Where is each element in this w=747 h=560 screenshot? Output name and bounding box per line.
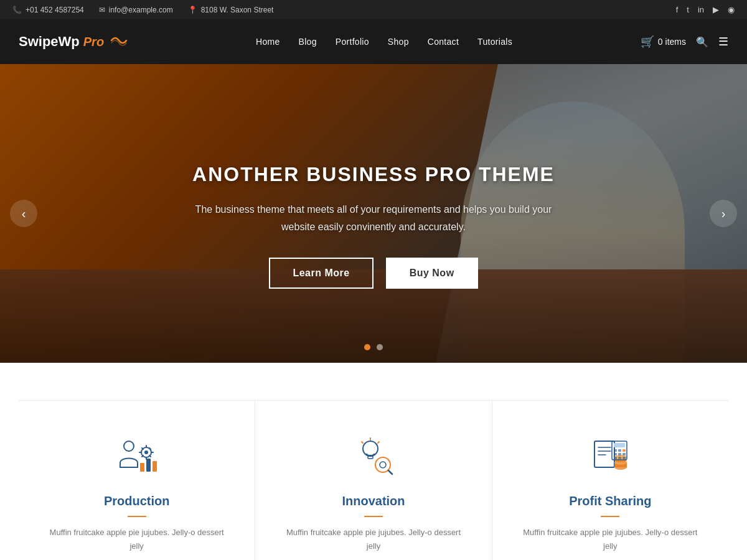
nav-home[interactable]: Home	[256, 37, 280, 47]
email-icon: ✉	[99, 6, 105, 14]
search-icon[interactable]: 🔍	[696, 36, 708, 48]
feature-card-profit-sharing: Profit Sharing Muffin fruitcake apple pi…	[492, 401, 728, 560]
hero-buttons: Learn More Buy Now	[269, 258, 477, 289]
youtube-icon[interactable]: ▶	[713, 5, 719, 14]
slider-dots	[364, 344, 383, 350]
facebook-icon[interactable]: f	[676, 5, 679, 14]
profit-sharing-icon	[585, 432, 635, 482]
svg-point-12	[380, 462, 386, 468]
buy-now-button[interactable]: Buy Now	[386, 258, 478, 289]
svg-rect-27	[622, 449, 626, 452]
svg-point-2	[144, 450, 148, 454]
features-grid: Production Muffin fruitcake apple pie ju…	[19, 400, 728, 560]
svg-rect-24	[614, 443, 625, 447]
main-nav: Home Blog Portfolio Shop Contact Tutoria…	[256, 37, 512, 47]
topbar-email: ✉ info@example.com	[99, 6, 173, 14]
cart-button[interactable]: 🛒 0 items	[641, 35, 686, 49]
svg-rect-32	[618, 457, 621, 459]
nav-portfolio[interactable]: Portfolio	[336, 37, 369, 47]
topbar: 📞 +01 452 4587254 ✉ info@example.com 📍 8…	[0, 0, 747, 19]
svg-line-9	[362, 442, 363, 443]
email-text: info@example.com	[109, 6, 173, 14]
svg-rect-14	[594, 441, 614, 467]
feature-underline-profit-sharing	[601, 516, 619, 517]
slider-next-button[interactable]: ›	[710, 200, 737, 227]
topbar-contact-info: 📞 +01 452 4587254 ✉ info@example.com 📍 8…	[12, 6, 273, 14]
feature-title-profit-sharing: Profit Sharing	[517, 494, 703, 508]
svg-rect-31	[614, 457, 617, 459]
svg-rect-26	[618, 449, 621, 452]
feature-desc-profit-sharing: Muffin fruitcake apple pie jujubes. Jell…	[517, 526, 703, 553]
instagram-icon[interactable]: ◉	[728, 5, 735, 14]
feature-underline-production	[128, 516, 146, 517]
svg-rect-3	[140, 463, 144, 472]
cart-icon: 🛒	[641, 35, 654, 49]
svg-rect-29	[618, 453, 621, 455]
production-icon	[112, 432, 162, 482]
feature-card-innovation: Innovation Muffin fruitcake apple pie ju…	[255, 401, 492, 560]
logo-icon	[110, 34, 128, 50]
svg-rect-5	[153, 461, 157, 472]
hamburger-icon[interactable]: ☰	[718, 35, 728, 49]
feature-desc-innovation: Muffin fruitcake apple pie jujubes. Jell…	[280, 526, 466, 553]
hero-content: ANOTHER BUSINESS PRO THEME The business …	[0, 64, 747, 363]
twitter-icon[interactable]: t	[687, 5, 689, 14]
feature-card-production: Production Muffin fruitcake apple pie ju…	[19, 401, 255, 560]
nav-shop[interactable]: Shop	[388, 37, 409, 47]
linkedin-icon[interactable]: in	[698, 5, 704, 14]
topbar-social: f t in ▶ ◉	[676, 5, 735, 14]
header: SwipeWp Pro Home Blog Portfolio Shop Con…	[0, 19, 747, 64]
logo-pro: Pro	[83, 35, 104, 49]
svg-line-13	[388, 470, 392, 474]
address-text: 8108 W. Saxon Street	[201, 6, 274, 14]
nav-tutorials[interactable]: Tutorials	[477, 37, 512, 47]
logo[interactable]: SwipeWp Pro	[19, 34, 128, 50]
feature-underline-innovation	[364, 516, 383, 517]
slider-dot-1[interactable]	[364, 344, 370, 350]
feature-title-innovation: Innovation	[280, 494, 466, 508]
svg-point-6	[363, 441, 378, 456]
svg-rect-30	[622, 453, 626, 455]
hero-title: ANOTHER BUSINESS PRO THEME	[192, 163, 555, 186]
nav-contact[interactable]: Contact	[428, 37, 459, 47]
features-section: Production Muffin fruitcake apple pie ju…	[0, 363, 747, 560]
slider-prev-button[interactable]: ‹	[10, 200, 37, 227]
svg-rect-4	[146, 459, 151, 472]
svg-rect-28	[614, 453, 617, 455]
location-icon: 📍	[188, 6, 197, 14]
phone-text: +01 452 4587254	[26, 6, 84, 14]
topbar-phone: 📞 +01 452 4587254	[12, 6, 84, 14]
hero-subtitle: The business theme that meets all of you…	[187, 201, 560, 235]
svg-rect-33	[622, 457, 626, 459]
header-utilities: 🛒 0 items 🔍 ☰	[641, 35, 728, 49]
svg-rect-25	[614, 449, 617, 452]
svg-rect-7	[368, 456, 373, 459]
phone-icon: 📞	[12, 6, 22, 14]
topbar-address: 📍 8108 W. Saxon Street	[188, 6, 274, 14]
hero-slider: ‹ ANOTHER BUSINESS PRO THEME The busines…	[0, 64, 747, 363]
feature-title-production: Production	[44, 494, 230, 508]
feature-desc-production: Muffin fruitcake apple pie jujubes. Jell…	[44, 526, 230, 553]
logo-text: SwipeWp	[19, 34, 80, 50]
slider-dot-2[interactable]	[377, 344, 383, 350]
cart-count: 0 items	[658, 37, 686, 47]
svg-point-0	[124, 441, 134, 451]
svg-line-10	[378, 442, 379, 443]
innovation-icon	[349, 432, 398, 482]
nav-blog[interactable]: Blog	[299, 37, 317, 47]
learn-more-button[interactable]: Learn More	[269, 258, 373, 289]
